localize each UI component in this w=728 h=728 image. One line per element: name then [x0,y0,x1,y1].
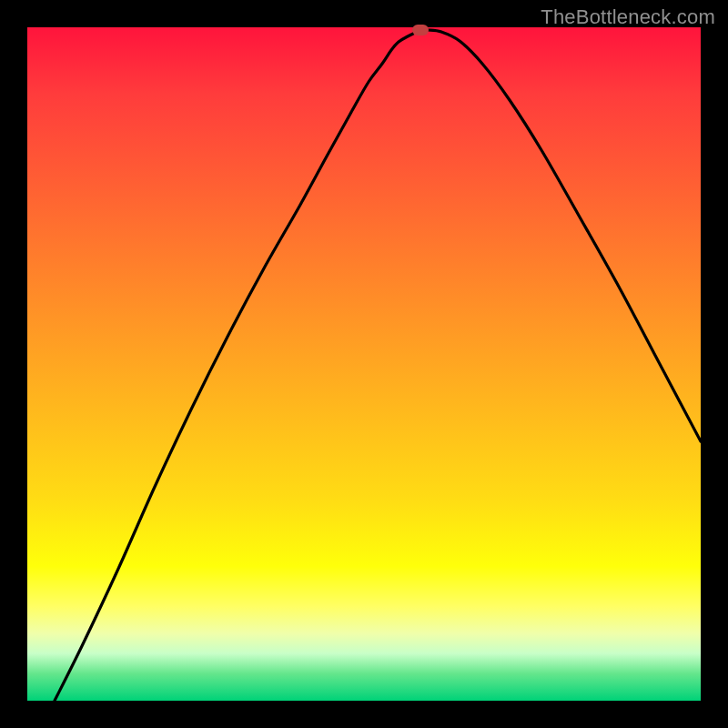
chart-svg [27,27,701,701]
watermark-label: TheBottleneck.com [541,5,715,29]
bottleneck-marker [412,25,429,35]
bottleneck-curve [55,30,701,701]
chart-frame: TheBottleneck.com [0,0,728,728]
